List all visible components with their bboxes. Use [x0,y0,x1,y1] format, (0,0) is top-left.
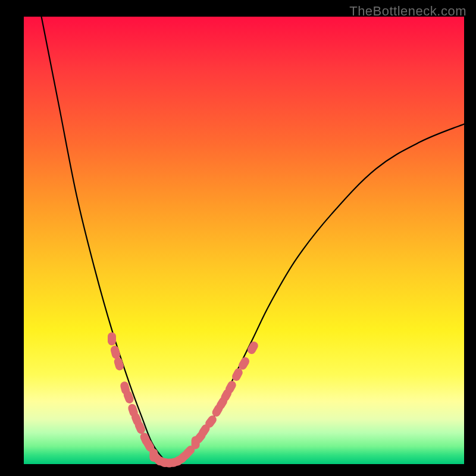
dots-layer [108,332,259,468]
data-marker [108,332,116,345]
curve-layer [42,17,464,465]
chart-svg [24,17,464,464]
plot-area [24,17,464,464]
data-marker [109,345,121,360]
data-marker [113,356,125,371]
chart-container: TheBottleneck.com [0,0,476,476]
bottleneck-curve [42,17,464,465]
